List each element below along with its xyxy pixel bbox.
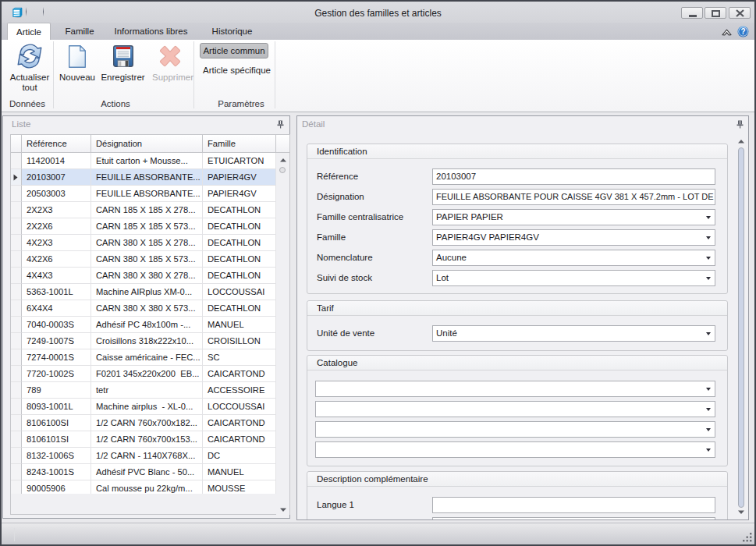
svg-text:?: ? xyxy=(740,27,745,36)
